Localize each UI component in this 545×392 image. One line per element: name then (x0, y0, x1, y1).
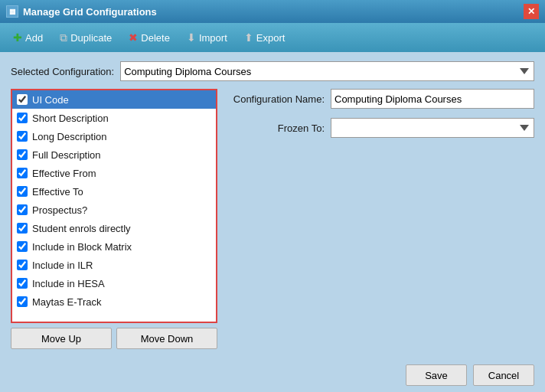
list-item-label: Effective To (32, 186, 83, 198)
window: ▦ Manage Grid Configurations ✕ ✚ Add ⧉ D… (0, 0, 545, 392)
duplicate-label: Duplicate (70, 32, 112, 44)
list-item-checkbox[interactable] (17, 241, 28, 252)
add-label: Add (25, 32, 43, 44)
left-panel: UI CodeShort DescriptionLong Description… (11, 89, 217, 349)
list-item[interactable]: Include in HESA (12, 274, 216, 292)
frozen-to-select[interactable] (331, 118, 534, 138)
cancel-button[interactable]: Cancel (473, 364, 534, 386)
list-item-checkbox[interactable] (17, 296, 28, 307)
config-select[interactable]: Computing Diploma Courses (120, 61, 534, 81)
list-item-label: Short Description (32, 113, 109, 124)
list-item[interactable]: Include in Block Matrix (12, 237, 216, 256)
list-item-label: Prospectus? (32, 204, 87, 216)
list-item-checkbox[interactable] (17, 168, 28, 178)
main-panel: UI CodeShort DescriptionLong Description… (11, 89, 534, 349)
delete-button[interactable]: ✖ Delete (122, 28, 177, 47)
list-item[interactable]: Full Description (12, 145, 216, 164)
save-button[interactable]: Save (406, 364, 467, 386)
delete-label: Delete (141, 32, 170, 44)
list-item-label: Include in Block Matrix (32, 241, 132, 253)
list-item[interactable]: Long Description (12, 127, 216, 145)
list-item-label: Long Description (32, 131, 107, 142)
list-item-checkbox[interactable] (17, 186, 28, 197)
list-item-checkbox[interactable] (17, 204, 28, 215)
move-up-button[interactable]: Move Up (11, 328, 112, 349)
config-name-input[interactable] (331, 89, 534, 109)
list-item-checkbox[interactable] (17, 223, 28, 234)
import-label: Import (199, 32, 227, 44)
export-label: Export (256, 32, 286, 44)
list-item-label: Maytas E-Track (32, 296, 102, 308)
add-button[interactable]: ✚ Add (6, 28, 50, 47)
move-down-button[interactable]: Move Down (116, 328, 217, 349)
list-item[interactable]: Effective From (12, 164, 216, 182)
list-item-label: Include in ILR (32, 260, 93, 271)
window-icon: ▦ (6, 5, 18, 18)
column-list[interactable]: UI CodeShort DescriptionLong Description… (11, 89, 217, 323)
list-item[interactable]: Effective To (12, 182, 216, 201)
list-item-label: Student enrols directly (32, 223, 131, 234)
title-bar: ▦ Manage Grid Configurations ✕ (0, 0, 545, 23)
list-item[interactable]: UI Code (12, 90, 216, 109)
list-item[interactable]: Prospectus? (12, 201, 216, 219)
duplicate-button[interactable]: ⧉ Duplicate (53, 28, 119, 47)
content-area: Selected Configuration: Computing Diplom… (0, 52, 545, 358)
move-buttons: Move Up Move Down (11, 328, 217, 349)
list-item-checkbox[interactable] (17, 278, 28, 289)
list-item[interactable]: Short Description (12, 109, 216, 127)
close-button[interactable]: ✕ (524, 4, 539, 19)
import-button[interactable]: ⬇ Import (180, 28, 234, 47)
frozen-to-row: Frozen To: (225, 118, 534, 138)
title-bar-left: ▦ Manage Grid Configurations (6, 5, 157, 18)
config-name-row: Configuration Name: (225, 89, 534, 109)
delete-icon: ✖ (129, 31, 138, 44)
add-icon: ✚ (13, 31, 22, 44)
list-item-label: UI Code (32, 94, 69, 106)
list-item[interactable]: Maytas E-Track (12, 292, 216, 311)
selected-config-row: Selected Configuration: Computing Diplom… (11, 61, 534, 81)
export-button[interactable]: ⬆ Export (237, 28, 292, 47)
toolbar: ✚ Add ⧉ Duplicate ✖ Delete ⬇ Import ⬆ Ex… (0, 23, 545, 52)
list-item-checkbox[interactable] (17, 94, 28, 105)
right-panel: Configuration Name: Frozen To: (225, 89, 534, 349)
list-item[interactable]: Include in ILR (12, 256, 216, 274)
window-title: Manage Grid Configurations (23, 6, 157, 18)
bottom-bar: Save Cancel (0, 358, 545, 392)
export-icon: ⬆ (244, 31, 253, 44)
duplicate-icon: ⧉ (60, 31, 67, 44)
config-name-label: Configuration Name: (225, 93, 325, 105)
frozen-to-label: Frozen To: (225, 122, 325, 134)
list-item-checkbox[interactable] (17, 113, 28, 123)
list-item-label: Include in HESA (32, 278, 105, 289)
list-item-checkbox[interactable] (17, 149, 28, 160)
import-icon: ⬇ (187, 31, 196, 44)
list-item-checkbox[interactable] (17, 131, 28, 142)
list-item-checkbox[interactable] (17, 260, 28, 270)
list-item-label: Effective From (32, 168, 96, 179)
list-item[interactable]: Student enrols directly (12, 219, 216, 237)
list-item-label: Full Description (32, 149, 101, 161)
selected-config-label: Selected Configuration: (11, 66, 114, 77)
